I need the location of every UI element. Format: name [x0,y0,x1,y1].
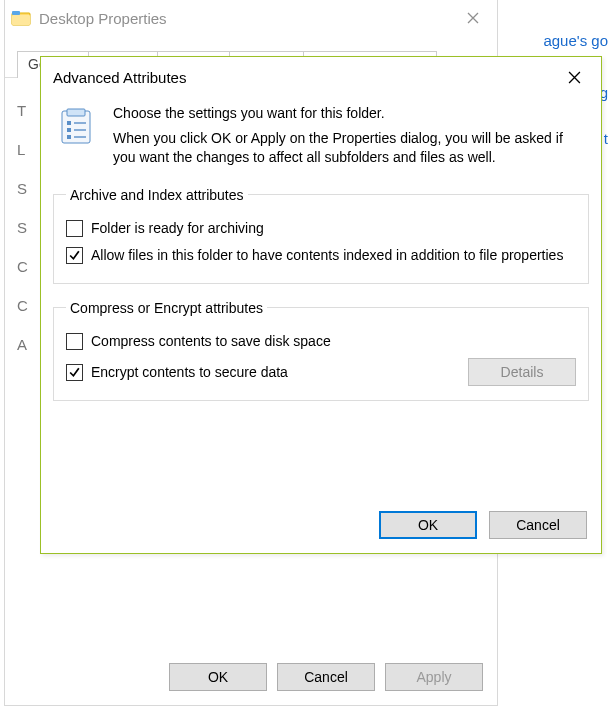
background-link-fragment: t [604,130,608,147]
encrypt-checkbox[interactable] [66,364,83,381]
intro-line-2: When you click OK or Apply on the Proper… [113,129,585,167]
svg-rect-7 [67,135,71,139]
archive-index-group: Archive and Index attributes Folder is r… [53,187,589,284]
archive-label: Folder is ready for archiving [91,219,264,238]
advanced-titlebar: Advanced Attributes [41,57,601,97]
archive-checkbox[interactable] [66,220,83,237]
compress-encrypt-group: Compress or Encrypt attributes Compress … [53,300,589,402]
ok-button[interactable]: OK [169,663,267,691]
index-checkbox[interactable] [66,247,83,264]
encrypt-label: Encrypt contents to secure data [91,363,288,382]
background-link-fragment: ague's go [543,32,608,49]
intro-section: Choose the settings you want for this fo… [53,101,589,177]
attributes-icon [57,107,97,147]
svg-rect-1 [12,11,20,15]
svg-rect-6 [67,128,71,132]
index-label: Allow files in this folder to have conte… [91,246,563,265]
properties-footer: OK Cancel Apply [5,649,497,705]
cancel-button[interactable]: Cancel [489,511,587,539]
advanced-title: Advanced Attributes [53,69,551,86]
intro-line-1: Choose the settings you want for this fo… [113,105,585,121]
compress-checkbox[interactable] [66,333,83,350]
close-icon[interactable] [551,62,597,92]
svg-rect-4 [67,109,85,116]
advanced-attributes-dialog: Advanced Attributes Choose the settin [40,56,602,554]
apply-button[interactable]: Apply [385,663,483,691]
folder-icon [11,8,31,28]
compress-label: Compress contents to save disk space [91,332,331,351]
svg-rect-2 [12,15,30,25]
svg-rect-5 [67,121,71,125]
ok-button[interactable]: OK [379,511,477,539]
archive-index-legend: Archive and Index attributes [66,187,248,203]
properties-title: Desktop Properties [39,10,451,27]
details-button[interactable]: Details [468,358,576,386]
close-icon[interactable] [451,3,495,33]
properties-titlebar: Desktop Properties [5,0,497,36]
cancel-button[interactable]: Cancel [277,663,375,691]
advanced-footer: OK Cancel [379,511,587,539]
compress-encrypt-legend: Compress or Encrypt attributes [66,300,267,316]
